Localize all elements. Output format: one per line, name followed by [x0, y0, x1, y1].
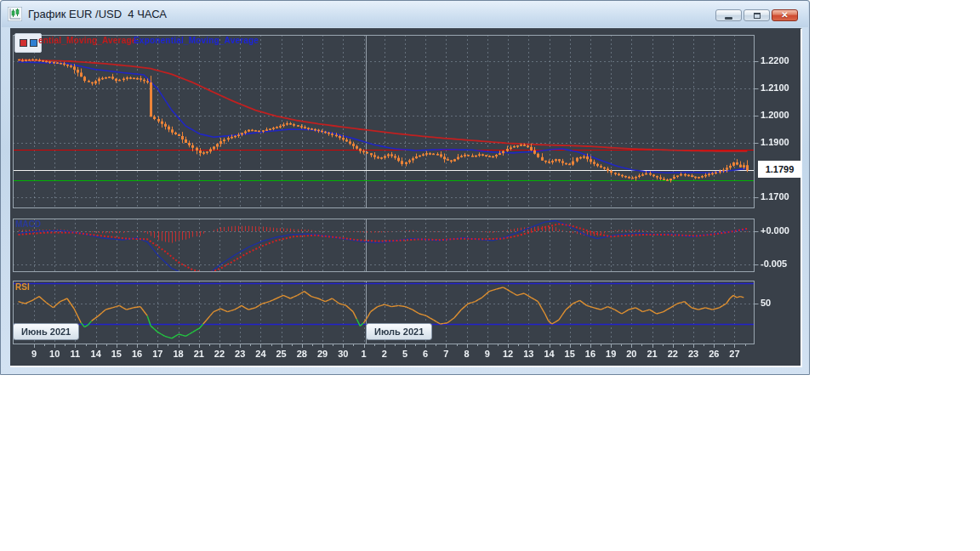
minimize-icon [725, 17, 732, 20]
time-label: 29 [311, 349, 333, 359]
time-label: 6 [414, 349, 436, 359]
month-label-june: Июнь 2021 [13, 323, 79, 340]
time-label: 8 [456, 349, 478, 359]
time-label: 18 [168, 349, 190, 359]
time-label: 26 [703, 349, 725, 359]
close-icon: ✕ [781, 11, 788, 20]
time-label: 9 [476, 349, 499, 359]
macd-tick-label: -0.005 [761, 258, 787, 269]
chart-window: График EUR /USD 4 ЧАСА ✕ ential_Moving_A… [0, 0, 810, 375]
price-tick-label: 1.1900 [761, 137, 789, 147]
current-price-box: 1.1799 [758, 161, 801, 178]
desktop: График EUR /USD 4 ЧАСА ✕ ential_Moving_A… [0, 0, 980, 551]
time-label: 1 [353, 349, 375, 359]
time-label: 2 [373, 349, 396, 359]
time-label: 16 [579, 349, 601, 359]
time-label: 27 [723, 349, 745, 359]
time-label: 7 [435, 349, 457, 359]
rsi-panel-label: RSI [15, 282, 30, 292]
time-label: 28 [291, 349, 313, 359]
minimize-button[interactable] [715, 9, 742, 21]
candlestick-chart-icon [8, 7, 22, 21]
rsi-tick-label: 50 [761, 298, 771, 308]
time-label: 14 [85, 349, 107, 359]
window-titlebar[interactable]: График EUR /USD 4 ЧАСА ✕ [2, 1, 808, 27]
time-label: 15 [559, 349, 581, 359]
time-label: 9 [23, 349, 45, 359]
time-label: 24 [249, 349, 271, 359]
time-label: 20 [620, 349, 642, 359]
window-controls: ✕ [715, 9, 798, 21]
time-label: 25 [271, 349, 293, 359]
maximize-icon [754, 13, 761, 19]
time-label: 30 [332, 349, 354, 359]
time-label: 15 [105, 349, 128, 359]
macd-tick-label: +0.000 [761, 225, 789, 236]
price-tick-label: 1.2000 [761, 110, 789, 120]
time-label: 12 [497, 349, 519, 359]
time-label: 14 [538, 349, 561, 359]
time-label: 22 [662, 349, 684, 359]
blue-series-swatch [30, 39, 37, 47]
time-label: 21 [641, 349, 664, 359]
price-tick-label: 1.2200 [761, 55, 789, 65]
maximize-button[interactable] [744, 9, 770, 21]
month-label-july: Июль 2021 [366, 323, 432, 340]
time-label: 13 [517, 349, 539, 359]
time-label: 16 [126, 349, 148, 359]
macd-panel-label: MACD [15, 219, 41, 229]
chart-canvas[interactable] [11, 29, 801, 366]
time-label: 17 [146, 349, 168, 359]
time-label: 23 [229, 349, 251, 359]
time-label: 11 [64, 349, 86, 359]
time-label: 21 [188, 349, 210, 359]
window-title: График EUR /USD 4 ЧАСА [28, 8, 167, 20]
time-label: 19 [600, 349, 622, 359]
close-button[interactable]: ✕ [772, 9, 798, 21]
time-label: 23 [682, 349, 704, 359]
price-tick-label: 1.1700 [761, 191, 789, 202]
time-label: 5 [394, 349, 416, 359]
legend-red-series-label: ential_Moving_Average [38, 36, 137, 45]
time-label: 22 [208, 349, 231, 359]
time-label: 10 [43, 349, 66, 359]
red-series-swatch [20, 39, 27, 47]
legend-blue-series-label: Exponential_Moving_Average [134, 36, 259, 45]
price-tick-label: 1.2100 [761, 82, 789, 93]
